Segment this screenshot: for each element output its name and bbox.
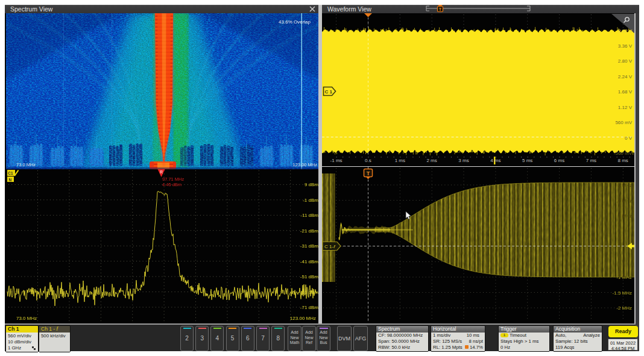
svg-text:4.45 dBm: 4.45 dBm	[162, 182, 182, 187]
svg-text:N: N	[9, 178, 12, 182]
svg-text:123.00 MHz: 123.00 MHz	[293, 162, 318, 167]
svg-text:-41 dBm: -41 dBm	[300, 259, 318, 264]
svg-text:560 mV: 560 mV	[615, 120, 632, 125]
svg-text:-1.5 MHz: -1.5 MHz	[613, 290, 632, 296]
svg-text:T: T	[367, 170, 370, 176]
svg-text:C1: C1	[8, 171, 13, 175]
svg-text:1 MHz: 1 MHz	[618, 213, 632, 219]
svg-text:-31 dBm: -31 dBm	[300, 243, 318, 249]
svg-text:-560 mV: -560 mV	[614, 151, 633, 155]
svg-text:-61 dBm: -61 dBm	[300, 290, 318, 295]
svg-text:73.0 MHz: 73.0 MHz	[16, 316, 37, 321]
svg-text:-21 dBm: -21 dBm	[300, 228, 318, 234]
svg-text:2.80 V: 2.80 V	[618, 58, 633, 64]
svg-text:1.12 V: 1.12 V	[618, 105, 633, 110]
svg-text:T: T	[439, 7, 442, 11]
svg-text:C 1-f: C 1-f	[324, 244, 335, 249]
svg-text:-71 dBm: -71 dBm	[300, 305, 318, 310]
svg-text:2 MHz: 2 MHz	[618, 183, 632, 188]
svg-text:1.5 MHz: 1.5 MHz	[614, 198, 632, 204]
svg-text:3.92 V: 3.92 V	[618, 28, 633, 34]
svg-text:73.0 MHz: 73.0 MHz	[16, 162, 36, 167]
svg-text:-1 dBm: -1 dBm	[303, 198, 318, 203]
svg-text:-11 dBm: -11 dBm	[300, 213, 318, 218]
svg-text:43.6% Overlap: 43.6% Overlap	[279, 19, 311, 25]
svg-text:R: R	[160, 170, 163, 174]
svg-text:97.71 MHz: 97.71 MHz	[162, 176, 185, 182]
svg-text:-51 dBm: -51 dBm	[300, 274, 318, 279]
svg-text:1.68 V: 1.68 V	[618, 89, 633, 95]
svg-text:C 1: C 1	[325, 89, 333, 95]
svg-text:2.24 V: 2.24 V	[618, 74, 633, 80]
svg-text:9 dBm: 9 dBm	[305, 182, 318, 187]
svg-text:-2 MHz: -2 MHz	[616, 305, 632, 311]
svg-text:123.00 MHz: 123.00 MHz	[290, 316, 316, 321]
svg-text:0 V: 0 V	[625, 136, 633, 141]
svg-text:3.36 V: 3.36 V	[618, 43, 633, 49]
